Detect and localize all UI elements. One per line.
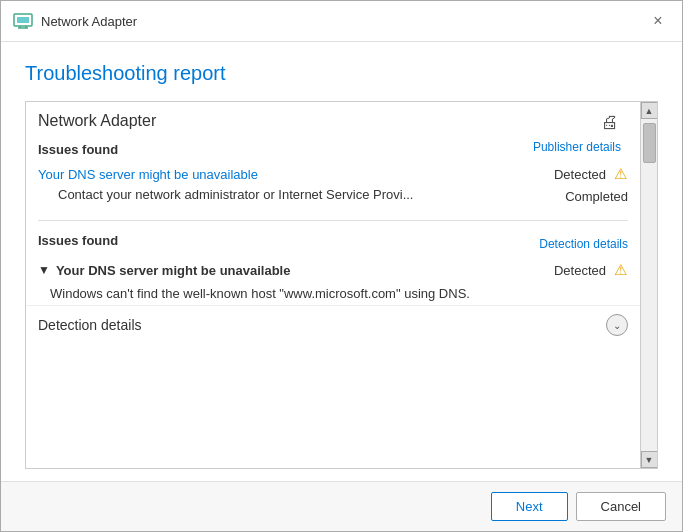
expandable-dns-row: ▼ Your DNS server might be unavailable D… — [26, 258, 640, 282]
cancel-button[interactable]: Cancel — [576, 492, 666, 521]
expandable-detected: Detected — [554, 263, 606, 278]
completed-status: Completed — [548, 189, 628, 204]
title-bar-left: Network Adapter — [13, 13, 137, 29]
section2-header: Issues found Detection details — [26, 225, 640, 258]
detected-status: Detected — [554, 167, 606, 182]
scrollbar-track: ▲ ▼ — [640, 102, 657, 468]
warning-icon-1: ⚠ — [612, 166, 628, 182]
network-adapter-icon — [13, 13, 33, 29]
publisher-details-link[interactable]: Publisher details — [533, 140, 621, 154]
window: Network Adapter × Troubleshooting report… — [0, 0, 683, 532]
issue-row-1: Your DNS server might be unavailable Det… — [38, 163, 628, 185]
scroll-thumb[interactable] — [643, 123, 656, 163]
detection-details-link[interactable]: Detection details — [539, 237, 628, 251]
content-area: Troubleshooting report 🖨 Network Adapter… — [1, 42, 682, 481]
close-button[interactable]: × — [646, 9, 670, 33]
next-button[interactable]: Next — [491, 492, 568, 521]
dns-issue-link[interactable]: Your DNS server might be unavailable — [38, 167, 258, 182]
dns-description: Windows can't find the well-known host "… — [26, 282, 640, 305]
footer: Next Cancel — [1, 481, 682, 531]
svg-rect-1 — [17, 17, 29, 23]
title-bar: Network Adapter × — [1, 1, 682, 42]
scroll-down-button[interactable]: ▼ — [641, 451, 658, 468]
expandable-dns-title: Your DNS server might be unavailable — [56, 263, 508, 278]
detection-details-expand-button[interactable]: ⌄ — [606, 314, 628, 336]
collapse-arrow-icon[interactable]: ▼ — [38, 263, 50, 277]
print-icon[interactable]: 🖨 — [601, 112, 621, 132]
detection-details-title: Detection details — [38, 317, 142, 333]
sub-issue-row: Contact your network administrator or In… — [38, 185, 628, 208]
report-panel: 🖨 Network Adapter Publisher details Issu… — [25, 101, 658, 469]
report-content: 🖨 Network Adapter Publisher details Issu… — [26, 102, 640, 468]
page-title: Troubleshooting report — [25, 62, 658, 85]
expandable-status: Detected ⚠ — [508, 262, 628, 278]
sub-issue-text: Contact your network administrator or In… — [38, 187, 413, 206]
window-title: Network Adapter — [41, 14, 137, 29]
warning-icon-2: ⚠ — [612, 262, 628, 278]
report-section-title: Network Adapter — [26, 102, 640, 134]
issue-status-1: Detected ⚠ — [508, 166, 628, 182]
scroll-up-button[interactable]: ▲ — [641, 102, 658, 119]
issues-found-label-2: Issues found — [38, 233, 118, 248]
scroll-thumb-area — [641, 119, 657, 451]
detection-details-row: Detection details ⌄ — [26, 305, 640, 342]
section-divider — [38, 220, 628, 221]
